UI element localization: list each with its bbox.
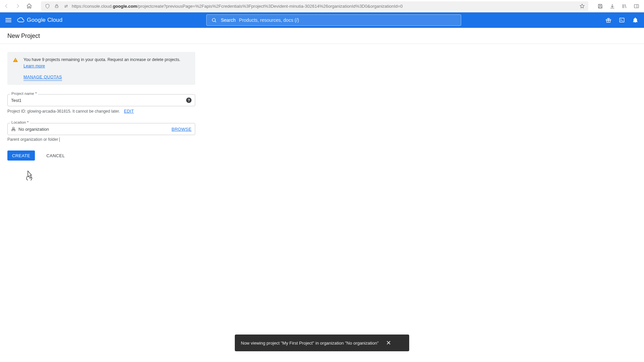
search-label: Search [221,17,235,23]
toast-message: Now viewing project "My First Project" i… [241,341,379,346]
svg-rect-1 [599,6,601,8]
brand-logo[interactable]: Google Cloud [17,17,62,23]
home-icon[interactable] [26,3,32,9]
svg-point-3 [212,18,215,21]
warning-icon [13,57,18,81]
forward-icon[interactable] [15,3,21,9]
svg-rect-8 [12,130,13,131]
manage-quotas-link[interactable]: MANAGE QUOTAS [23,74,62,81]
permissions-icon[interactable]: ⇄ [63,3,69,9]
learn-more-link[interactable]: Learn more [23,64,45,68]
content: You have 9 projects remaining in your qu… [0,44,208,169]
download-icon[interactable] [609,3,615,9]
bell-icon[interactable] [632,17,639,23]
nav-icons [3,3,32,9]
location-field-wrap: Location * BROWSE Parent organization or… [7,123,195,142]
project-id-text: Project ID: glowing-arcadia-361815. It c… [7,109,120,114]
svg-rect-9 [14,130,15,131]
url-security-icons: ⇄ [44,3,69,9]
button-row: CREATE CANCEL [7,150,201,161]
brand-text: Google Cloud [27,17,62,23]
project-name-input[interactable] [11,98,183,103]
star-icon[interactable] [579,3,585,9]
lock-icon [54,3,60,9]
organization-icon [11,127,16,131]
header-action-icons [605,17,639,23]
create-button[interactable]: CREATE [7,150,35,161]
page-title: New Project [0,28,644,44]
edit-project-id-link[interactable]: EDIT [124,109,134,114]
app-header: Google Cloud Search Products, resources,… [0,12,644,28]
alert-text: You have 9 projects remaining in your qu… [23,57,180,62]
svg-rect-2 [634,4,639,8]
toast: Now viewing project "My First Project" i… [235,335,409,351]
url-bar[interactable]: ⇄ https://console.cloud.google.com/proje… [41,1,588,11]
shield-icon [44,3,50,9]
terminal-icon[interactable] [619,17,625,23]
menu-icon[interactable] [5,18,11,22]
search-placeholder: Products, resources, docs (/) [239,17,299,23]
browser-toolbar: ⇄ https://console.cloud.google.com/proje… [0,0,644,12]
project-name-label: Project name * [10,92,38,96]
svg-rect-6 [620,18,624,22]
location-label: Location * [10,120,30,124]
caret-icon [59,137,60,142]
search-icon [211,17,217,23]
svg-rect-0 [55,6,58,7]
project-name-field-wrap: Project name * ? Project ID: glowing-arc… [7,94,195,114]
sidebar-toggle-icon[interactable] [633,3,639,9]
close-icon[interactable]: ✕ [386,339,391,347]
save-icon[interactable] [597,3,603,9]
svg-rect-7 [13,127,14,129]
cancel-button[interactable]: CANCEL [42,150,69,161]
location-helper: Parent organization or folder [7,137,58,142]
library-icon[interactable] [621,3,627,9]
browser-right-icons [597,3,639,9]
quota-alert: You have 9 projects remaining in your qu… [7,52,195,85]
browse-button[interactable]: BROWSE [171,127,192,132]
location-input[interactable] [18,127,169,132]
search-box[interactable]: Search Products, resources, docs (/) [206,14,461,26]
help-icon[interactable]: ? [186,98,192,103]
gift-icon[interactable] [605,17,612,23]
cursor-icon [25,170,33,180]
url-text: https://console.cloud.google.com/project… [72,4,576,9]
back-icon[interactable] [3,3,9,9]
cloud-icon [17,17,24,23]
